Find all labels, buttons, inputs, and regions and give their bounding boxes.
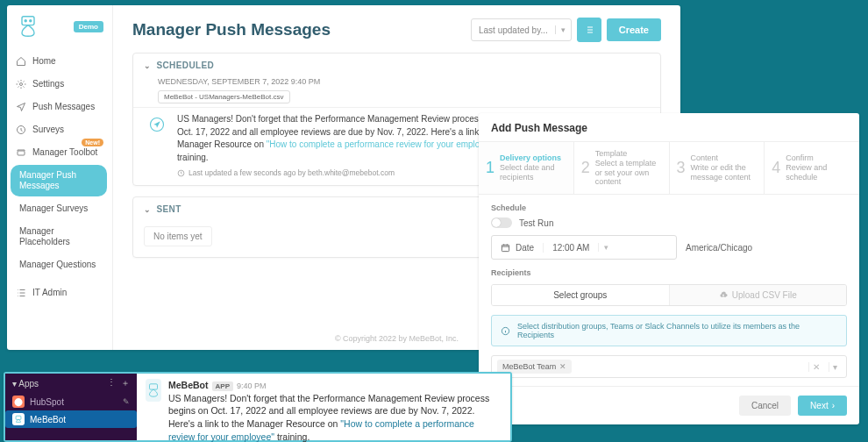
clock-icon <box>177 169 185 177</box>
slack-avatar <box>146 379 161 402</box>
no-items-label: No items yet <box>144 226 212 246</box>
file-chip: MeBeBot - USManagers-MeBeBot.csv <box>158 90 290 103</box>
nav-it-admin[interactable]: IT Admin <box>11 282 107 303</box>
svg-rect-12 <box>150 384 158 389</box>
test-run-toggle[interactable] <box>491 217 512 228</box>
nav-home[interactable]: Home <box>11 51 107 72</box>
step-delivery[interactable]: 1Delivery optionsSelect date and recipie… <box>479 142 574 194</box>
svg-point-1 <box>25 20 26 22</box>
last-updated-filter[interactable]: Last updated by...▾ <box>471 18 572 41</box>
caret-down-icon: ⌄ <box>144 61 151 70</box>
tab-select-groups[interactable]: Select groups <box>492 285 670 305</box>
svg-rect-0 <box>22 17 34 25</box>
cloud-upload-icon <box>719 291 728 300</box>
calendar-icon <box>501 243 510 253</box>
chevron-right-icon: › <box>832 401 835 410</box>
recipient-select[interactable]: MeBeBot Team✕ ✕ ▾ <box>491 355 847 378</box>
nav-manager-toolbot[interactable]: Manager ToolbotNew! <box>11 142 107 163</box>
scheduled-date: WEDNESDAY, SEPTEMBER 7, 2022 9:40 PM <box>158 77 648 86</box>
info-banner: Select distribution groups, Teams or Sla… <box>491 315 847 346</box>
page-title: Manager Push Messages <box>132 20 331 39</box>
section-scheduled-toggle[interactable]: ⌄SCHEDULED <box>133 53 660 77</box>
caret-down-icon: ⌄ <box>144 205 151 214</box>
new-badge: New! <box>82 139 103 146</box>
nav-manager-push-messages[interactable]: Manager Push Messages <box>11 165 107 196</box>
step-template[interactable]: 2TemplateSelect a template or set your o… <box>574 142 670 194</box>
slack-more-icon[interactable]: ⋮ <box>107 377 116 389</box>
pencil-icon[interactable]: ✎ <box>123 397 130 406</box>
nav-surveys[interactable]: Surveys <box>11 119 107 140</box>
nav-manager-surveys[interactable]: Manager Surveys <box>11 198 107 219</box>
next-button[interactable]: Next› <box>798 396 847 416</box>
chip-remove-icon[interactable]: ✕ <box>559 362 566 371</box>
svg-rect-9 <box>502 245 509 251</box>
modal-title: Add Push Message <box>479 113 859 141</box>
svg-rect-5 <box>18 151 25 155</box>
timezone-label: America/Chicago <box>686 243 752 253</box>
create-button[interactable]: Create <box>607 18 661 41</box>
cancel-button[interactable]: Cancel <box>739 396 791 416</box>
info-icon <box>501 326 510 336</box>
svg-rect-11 <box>16 416 21 419</box>
svg-point-3 <box>20 83 23 86</box>
schedule-label: Schedule <box>491 203 847 212</box>
list-view-button[interactable] <box>577 18 601 42</box>
slack-app-mebebot[interactable]: MeBeBot <box>5 410 137 428</box>
test-run-label: Test Run <box>519 218 553 228</box>
demo-badge: Demo <box>74 21 103 32</box>
recipients-label: Recipients <box>491 268 847 277</box>
svg-point-2 <box>30 20 32 22</box>
tab-upload-csv[interactable]: Upload CSV File <box>670 285 847 305</box>
step-content[interactable]: 3ContentWrite or edit the message conten… <box>670 142 765 194</box>
chevron-down-icon[interactable]: ▾ <box>829 362 841 372</box>
brand-logo-icon <box>16 14 40 39</box>
nav-manager-questions[interactable]: Manager Questions <box>11 254 107 275</box>
nav-settings[interactable]: Settings <box>11 74 107 95</box>
message-link[interactable]: "How to complete a performance review fo… <box>267 139 497 149</box>
chevron-down-icon: ▾ <box>555 25 571 34</box>
chevron-down-icon: ▾ <box>598 243 614 252</box>
nav-manager-placeholders[interactable]: Manager Placeholders <box>11 221 107 253</box>
clear-all-icon[interactable]: ✕ <box>808 362 823 372</box>
slack-app-hubspot[interactable]: ⬤HubSpot✎ <box>5 393 137 410</box>
step-confirm[interactable]: 4ConfirmReview and schedule <box>765 142 859 194</box>
send-icon <box>144 113 170 178</box>
slack-message: MeBeBotAPP9:40 PM US Managers! Don't for… <box>168 379 502 435</box>
slack-apps-header[interactable]: ▾ Apps⋮＋ <box>5 374 137 393</box>
scheduled-message: US Managers! Don't forget that the Perfo… <box>177 113 529 178</box>
date-picker[interactable]: Date 12:00 AM ▾ <box>491 235 677 260</box>
nav-push-messages[interactable]: Push Messages <box>11 96 107 118</box>
slack-add-icon[interactable]: ＋ <box>121 377 130 389</box>
